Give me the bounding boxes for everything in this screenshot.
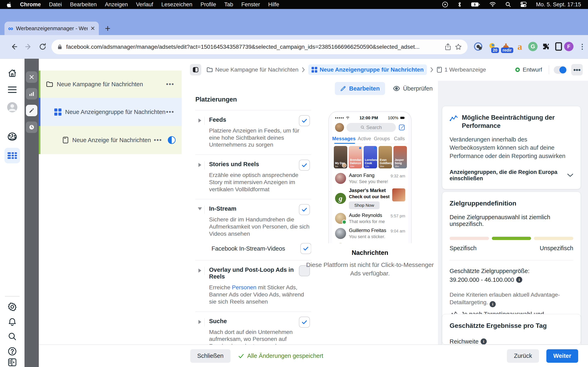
extension-sun-icon[interactable]: 20 <box>487 41 497 52</box>
tab-ueberpruefen[interactable]: Überprüfen <box>389 82 436 95</box>
compose-icon[interactable] <box>398 124 405 131</box>
conversation-row[interactable]: Guillermo FreitasYou sent a sticker. 9:0… <box>332 226 408 241</box>
menu-item-bearbeiten[interactable]: Bearbeiten <box>70 1 97 8</box>
tab-bearbeiten-active[interactable]: Bearbeiten <box>335 82 385 95</box>
collapse-panel-icon[interactable] <box>0 358 25 367</box>
campaign-more-icon[interactable]: ••• <box>166 81 174 88</box>
breadcrumb-campaign[interactable]: Neue Kampagne für Nachrichten <box>207 67 298 73</box>
account-avatar[interactable] <box>0 102 25 113</box>
campaigns-menu-icon[interactable] <box>0 86 25 94</box>
gauge-labels: SpezifischUnspezifisch <box>450 245 573 252</box>
password-manager-extension-icon[interactable] <box>473 41 484 52</box>
tree-row-campaign[interactable]: Neue Kampagne für Nachrichten ••• <box>39 71 182 98</box>
extension-redirect-icon[interactable]: redir <box>501 41 511 52</box>
shop-now-button[interactable]: Shop Now <box>349 201 380 209</box>
expand-arrow-icon[interactable] <box>195 267 204 305</box>
help-icon[interactable] <box>0 347 25 356</box>
wifi-icon[interactable] <box>489 2 496 7</box>
back-button[interactable]: Zurück <box>507 349 539 363</box>
expand-arrow-icon[interactable] <box>195 161 204 193</box>
header-more-button[interactable]: ••• <box>571 64 583 75</box>
share-icon[interactable] <box>445 43 451 50</box>
story-jasper[interactable]: Jasper Song28m <box>393 146 407 168</box>
search-input[interactable]: Search <box>346 123 396 132</box>
tab-calls[interactable]: Calls <box>390 136 408 142</box>
menubar-clock[interactable]: Mo. 5. Sept. 17:15 <box>536 1 581 8</box>
history-clock-icon[interactable] <box>26 122 37 133</box>
stories-checkbox-checked[interactable] <box>299 160 310 171</box>
menu-item-fenster[interactable]: Fenster <box>241 1 260 8</box>
bluetooth-icon[interactable] <box>458 1 462 8</box>
adset-active-toggle[interactable] <box>554 66 567 74</box>
spotlight-search-icon[interactable] <box>505 2 511 7</box>
collapse-arrow-icon[interactable] <box>195 205 204 254</box>
ad-more-icon[interactable]: ••• <box>154 137 162 143</box>
close-button[interactable]: Schließen <box>190 349 231 363</box>
ads-reporting-gauge-icon[interactable] <box>0 133 25 142</box>
menu-item-anzeigen[interactable]: Anzeigen <box>105 1 128 8</box>
next-button[interactable]: Weiter <box>546 349 578 363</box>
close-editor-icon[interactable] <box>26 71 37 83</box>
info-icon[interactable]: i <box>516 277 522 283</box>
adset-more-icon[interactable]: ••• <box>166 108 174 115</box>
insights-chart-icon[interactable] <box>26 88 37 100</box>
expand-arrow-icon[interactable] <box>195 117 204 149</box>
toggle-sidebar-button[interactable] <box>190 64 201 75</box>
conversation-row-sponsored[interactable]: g Jasper's Market Check out our best... … <box>332 186 408 211</box>
info-icon[interactable]: i <box>490 301 496 307</box>
europe-adsets-expander[interactable]: Anzeigengruppen, die die Region Europa e… <box>450 169 573 182</box>
menu-item-hilfe[interactable]: Hilfe <box>268 1 279 8</box>
search-icon[interactable] <box>0 332 25 341</box>
suche-checkbox-checked[interactable] <box>299 317 310 328</box>
menu-app-name[interactable]: Chrome <box>20 1 41 8</box>
control-center-icon[interactable] <box>520 2 527 7</box>
menu-item-tab[interactable]: Tab <box>224 1 233 8</box>
tab-messages[interactable]: Messages <box>332 136 356 142</box>
instream-checkbox-checked[interactable] <box>299 204 310 215</box>
back-button[interactable] <box>7 40 21 53</box>
browser-tab[interactable]: ∞ Werbeanzeigenmanager - Werb ✕ <box>4 22 99 35</box>
browser-menu-icon[interactable]: ⋮ <box>577 41 588 52</box>
tree-row-adset-selected[interactable]: Neue Anzeigengruppe für Nachrichten ••• <box>39 98 182 126</box>
breadcrumb-adset-active[interactable]: Neue Anzeigengruppe für Nachrichten <box>308 64 427 75</box>
conversation-row[interactable]: Aaron FangYou: See you there! 9:32 am <box>332 171 408 186</box>
conversation-row[interactable]: Aude ReynoldsThat works for me 5:57 pm <box>332 211 408 226</box>
new-tab-button[interactable]: + <box>105 23 111 34</box>
menu-item-profile[interactable]: Profile <box>200 1 216 8</box>
info-icon[interactable]: i <box>481 338 487 345</box>
expand-arrow-icon[interactable] <box>195 318 204 345</box>
tab-close-icon[interactable]: ✕ <box>90 25 95 32</box>
story-my-day[interactable]: My Day5m <box>334 146 347 168</box>
menu-item-datei[interactable]: Datei <box>49 1 62 8</box>
menu-item-lesezeichen[interactable]: Lesezeichen <box>161 1 192 8</box>
feeds-checkbox-checked[interactable] <box>299 115 310 126</box>
tab-groups[interactable]: Groups <box>373 136 391 142</box>
home-icon[interactable] <box>0 68 25 78</box>
conversation-row[interactable]: Henri LitvakDinner tonight? Mon <box>332 241 408 243</box>
forward-button[interactable] <box>22 40 35 53</box>
notifications-bell-icon[interactable] <box>0 317 25 327</box>
grammarly-extension-icon[interactable]: G <box>527 41 538 52</box>
story-brendan[interactable]: Brendan Dalonzo10m <box>349 146 362 168</box>
browser-profile-avatar[interactable]: F <box>563 41 574 52</box>
breadcrumb-ad-count[interactable]: 1 Werbeanzeige <box>437 67 486 73</box>
story-loredana[interactable]: Loredana Cook12m <box>364 146 377 168</box>
bookmark-star-icon[interactable] <box>455 43 462 50</box>
ads-manager-table-icon-active[interactable] <box>4 148 20 163</box>
edit-pencil-icon[interactable] <box>26 105 37 116</box>
address-bar[interactable]: facebook.com/adsmanager/manage/adsets/ed… <box>52 40 467 54</box>
reload-button[interactable] <box>36 40 49 53</box>
extensions-puzzle-icon[interactable] <box>541 41 551 52</box>
tab-active[interactable]: Active <box>356 136 373 142</box>
story-evan[interactable]: Evan Goldberg26m <box>379 146 392 168</box>
amazon-extension-icon[interactable]: a <box>515 41 525 52</box>
apple-menu-icon[interactable] <box>7 2 12 7</box>
user-avatar[interactable] <box>335 123 344 132</box>
settings-gear-icon[interactable] <box>0 302 25 312</box>
battery-icon[interactable] <box>471 2 480 7</box>
menu-item-verlauf[interactable]: Verlauf <box>136 1 153 8</box>
sidebar-extension-icon[interactable] <box>553 41 564 52</box>
playback-status-icon[interactable] <box>442 1 448 8</box>
personen-link[interactable]: Personen <box>232 284 256 291</box>
tree-row-ad[interactable]: Neue Anzeige für Nachrichten ••• <box>39 126 182 154</box>
